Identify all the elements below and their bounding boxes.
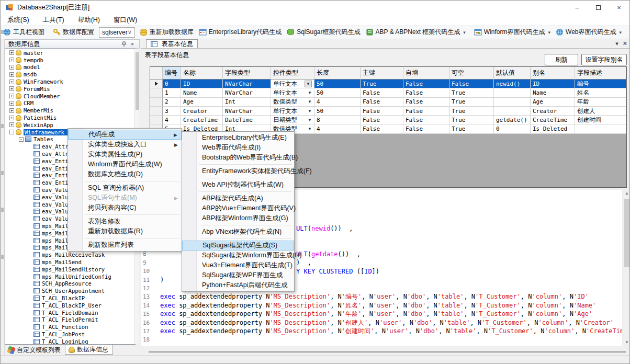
tree-expander-icon[interactable]: + [9, 116, 14, 120]
menu-help[interactable]: 帮助(H) [71, 14, 107, 26]
grid-cell[interactable]: 姓名 [575, 88, 626, 97]
tree-expander-icon[interactable]: - [9, 130, 14, 134]
grid-cell[interactable]: False [361, 88, 403, 97]
grid-header-cell[interactable]: 编号 [163, 67, 181, 79]
enterpriselibrary-codegen-button[interactable]: EnterpriseLibrary代码生成 [196, 27, 284, 38]
combo-dropdown-icon[interactable]: ▼ [308, 109, 312, 113]
tree-item[interactable]: mps_MailUnifiedConfig [5, 273, 135, 280]
grid-header-cell[interactable]: 长度 [314, 67, 361, 79]
tree-expander-icon[interactable]: + [9, 50, 14, 55]
grid-cell-control-type[interactable]: 单行文本▼ [271, 79, 314, 88]
tree-item[interactable]: +model [5, 64, 135, 71]
context-menu-item[interactable]: 刷新数据库列表 [68, 240, 182, 250]
grid-cell[interactable]: ID [181, 79, 223, 88]
grid-cell[interactable]: 创建人 [575, 107, 626, 116]
tree-expander-icon[interactable]: + [9, 86, 14, 91]
scroll-down-icon[interactable]: ▼ [625, 340, 629, 345]
grid-cell[interactable]: False [361, 98, 403, 107]
tree-item[interactable]: T_ACL_JobPost [5, 331, 135, 338]
grid-cell[interactable]: False [403, 98, 449, 107]
tree-item[interactable]: T_ACL_LoginLog [5, 338, 135, 345]
grid-cell[interactable]: Creator [531, 107, 575, 116]
grid-cell-control-type[interactable]: 单行文本▼ [271, 107, 314, 116]
grid-cell[interactable]: Creator [181, 107, 223, 116]
grid-cell[interactable]: 4 [314, 124, 361, 133]
code-gen-submenu-item[interactable]: ABP的Vue+Element界面代码(V) [182, 203, 294, 213]
tab-table-basic-info[interactable]: 表基本信息 [146, 39, 198, 48]
set-field-alias-button[interactable]: 设置字段别名 [581, 54, 627, 65]
grid-cell-control-type[interactable]: 日期类型▼ [271, 116, 314, 124]
context-menu-item[interactable]: SQL 查询分析器(A) [68, 183, 182, 193]
scroll-up-icon[interactable]: ▲ [625, 191, 629, 196]
code-gen-submenu-item[interactable]: Bootstrap的Web界面代码生成(B) [182, 153, 294, 163]
grid-cell[interactable]: False [403, 79, 449, 88]
grid-row-header[interactable] [150, 107, 163, 116]
code-gen-submenu-item[interactable]: EnterpriseLibrary代码生成(E) [182, 133, 294, 143]
code-gen-submenu-item[interactable]: SqlSugar框架Winform界面生成(U) [182, 251, 294, 260]
tree-item[interactable]: +master [5, 49, 135, 56]
tab-custom-templates[interactable]: 自定义模板列表 [5, 345, 65, 355]
grid-cell[interactable]: NVarChar [223, 79, 271, 88]
code-gen-submenu-item[interactable]: Web API控制器代码生成(W) [182, 180, 294, 190]
grid-cell[interactable]: False [403, 88, 449, 97]
grid-cell[interactable]: 3 [163, 107, 181, 116]
grid-row[interactable]: 3CreatorNVarChar单行文本▼50FalseFalseTrueCre… [150, 107, 626, 116]
combo-dropdown-icon[interactable]: ▼ [308, 99, 312, 104]
tree-item[interactable]: mps_MailReceiveTask [5, 251, 135, 258]
tree-item[interactable]: SCH_UserAppointment [5, 287, 135, 294]
tree-expander-icon[interactable]: + [9, 79, 14, 84]
grid-row-header[interactable] [150, 116, 163, 124]
grid-cell[interactable]: Age [181, 98, 223, 107]
grid-cell[interactable]: True [449, 116, 494, 124]
grid-cell[interactable]: ID [531, 79, 575, 88]
dropdown-arrow-icon[interactable]: ▾ [620, 30, 622, 35]
tree-item[interactable]: +ForumMis [5, 85, 135, 93]
tree-item[interactable]: +CRM [5, 100, 135, 107]
grid-cell[interactable]: False [403, 116, 449, 124]
tab-close-icon[interactable]: ✕ [623, 40, 627, 47]
grid-cell[interactable]: 50 [314, 88, 361, 97]
grid-cell[interactable]: False [361, 116, 403, 124]
tree-item[interactable]: +msdb [5, 71, 135, 78]
tree-item[interactable]: T_ACL_FieldPermit [5, 316, 135, 323]
tree-expander-icon[interactable]: - [19, 137, 24, 142]
grid-cell[interactable]: 1 [163, 88, 181, 97]
panel-close-icon[interactable]: × [129, 41, 136, 47]
grid-cell[interactable]: False [361, 124, 403, 133]
combo-dropdown-icon[interactable]: ▼ [305, 81, 312, 87]
web-codegen-button[interactable]: Web界面代码生成 ▾ [553, 27, 624, 38]
grid-header-cell[interactable]: 名称 [181, 67, 223, 79]
grid-cell[interactable]: 创建时间 [575, 116, 626, 124]
context-menu-item[interactable]: 拷贝列表内容(C) [68, 203, 182, 213]
tree-item[interactable]: T_ACL_BlackIP_User [5, 302, 135, 309]
grid-cell[interactable]: False [361, 107, 403, 116]
sqlsugar-codegen-button[interactable]: SqlSugar框架代码生成 [284, 27, 363, 38]
tree-item[interactable]: +tempdb [5, 56, 135, 64]
grid-header-cell[interactable]: 字段类型 [223, 67, 271, 79]
context-menu-item[interactable]: 表别名修改 [68, 217, 182, 226]
context-menu-item[interactable]: 数据库文档生成(D) [68, 169, 182, 179]
tree-scrollbar-thumb[interactable] [136, 52, 139, 110]
context-menu-item[interactable]: 实体类生成快速入口▶ [68, 140, 182, 150]
grid-header-cell[interactable]: 默认值 [494, 67, 531, 79]
grid-cell[interactable]: Is_Deleted [531, 124, 575, 133]
grid-cell[interactable]: Name [531, 88, 575, 97]
grid-cell[interactable]: 编号 [575, 79, 626, 88]
grid-cell[interactable]: 0 [163, 79, 181, 88]
grid-cell[interactable]: True [449, 98, 494, 107]
grid-cell[interactable]: DateTime [223, 116, 271, 124]
grid-row[interactable]: 1NameNVarChar单行文本▼50FalseFalseTrueName姓名 [150, 88, 626, 97]
tab-database-info[interactable]: 数据库信息 [65, 345, 113, 355]
tree-item[interactable]: +MemberMis [5, 107, 135, 114]
db-config-button[interactable]: 数据库配置 [50, 27, 97, 38]
context-menu-item[interactable]: 实体类属性生成(P) [68, 150, 182, 160]
winform-codegen-button[interactable]: Winform界面代码生成 ▾ [471, 27, 553, 38]
database-type-select[interactable]: sqlserver ∨ [99, 27, 135, 38]
grid-cell[interactable]: Age [531, 98, 575, 107]
grid-cell[interactable]: CreateTime [531, 116, 575, 124]
grid-row-header[interactable] [150, 79, 163, 88]
tree-expander-icon[interactable]: + [9, 65, 14, 70]
grid-row-header[interactable] [150, 88, 163, 97]
tree-item[interactable]: +WeixinApp [5, 121, 135, 129]
code-vertical-scrollbar[interactable]: ▲ ▼ [623, 190, 630, 346]
